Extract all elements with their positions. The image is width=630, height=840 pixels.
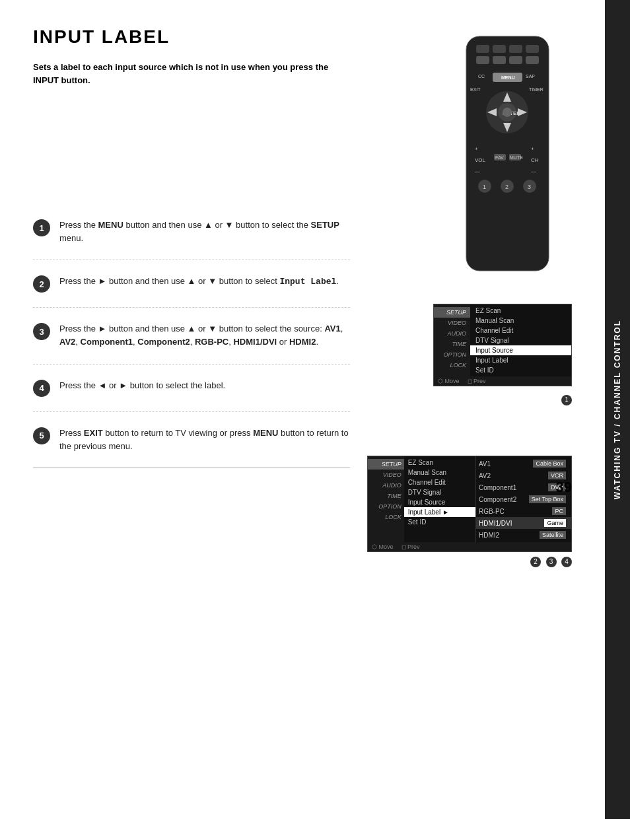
svg-text:MENU: MENU <box>501 75 515 80</box>
badge-1-container: 1 <box>433 393 572 405</box>
page-number: 39 <box>556 479 572 496</box>
menu1-nav-setup: SETUP <box>434 307 470 318</box>
menu2-item-ezscan: EZ Scan <box>404 458 475 468</box>
menu2-source-av2: AV2 <box>479 472 545 479</box>
sidebar-label: WATCHING TV / CHANNEL CONTROL <box>613 320 622 499</box>
menu-box-2: SETUP VIDEO AUDIO TIME OPTION LOCK EZ Sc… <box>367 456 572 552</box>
badge-2: 2 <box>530 557 541 567</box>
svg-text:TIMER: TIMER <box>529 87 543 92</box>
menu2-source-comp2: Component2 <box>479 496 526 503</box>
step-4-number: 4 <box>33 380 50 397</box>
step-1-text: Press the MENU button and then use ▲ or … <box>59 219 350 245</box>
menu-box-1: SETUP VIDEO AUDIO TIME OPTION LOCK EZ Sc… <box>433 304 572 386</box>
menu2-nav-setup: SETUP <box>368 459 404 470</box>
menu1-item-dtvsignal: DTV Signal <box>470 335 571 345</box>
svg-text:SAP: SAP <box>526 74 535 79</box>
menu2-item-setid: Set ID <box>404 517 475 527</box>
intro-text: Sets a label to each input source which … <box>33 61 337 87</box>
menu2-source-rgbpc: RGB-PC <box>479 508 550 515</box>
step-2-number: 2 <box>33 275 50 293</box>
step-4: 4 Press the ◄ or ► button to select the … <box>33 379 350 412</box>
menu2-item-dtvsignal: DTV Signal <box>404 487 475 497</box>
svg-text:VOL: VOL <box>475 157 486 163</box>
steps-area: 1 Press the MENU button and then use ▲ o… <box>33 219 350 468</box>
svg-text:1: 1 <box>483 184 486 190</box>
menu1-item-ezscan: EZ Scan <box>470 306 571 316</box>
badge-3: 3 <box>546 557 557 567</box>
svg-rect-5 <box>476 56 489 64</box>
svg-text:CH: CH <box>531 157 539 163</box>
menu2-source-hdmi1: HDMI1/DVI <box>479 520 542 527</box>
svg-rect-0 <box>466 36 549 271</box>
menu2-source-comp1: Component1 <box>479 484 545 491</box>
menu2-source-hdmi2: HDMI2 <box>479 532 537 539</box>
menu1-footer: ⬡ Move ◻ Prev <box>434 376 571 386</box>
menu2-label-settopbox: Set Top Box <box>529 495 566 503</box>
menu2-source-av1: AV1 <box>479 460 531 468</box>
menu-screenshot-1: SETUP VIDEO AUDIO TIME OPTION LOCK EZ Sc… <box>433 304 572 405</box>
menu2-mid-items: EZ Scan Manual Scan Channel Edit DTV Sig… <box>404 456 476 542</box>
svg-text:—: — <box>531 168 536 174</box>
menu-screenshot-2: SETUP VIDEO AUDIO TIME OPTION LOCK EZ Sc… <box>367 456 572 567</box>
svg-text:FAV: FAV <box>495 155 504 160</box>
svg-text:3: 3 <box>528 184 531 190</box>
svg-text:2: 2 <box>505 184 508 190</box>
step-1-number: 1 <box>33 219 50 236</box>
badge-4: 4 <box>561 557 572 567</box>
svg-rect-3 <box>509 45 522 53</box>
svg-text:+: + <box>475 146 478 152</box>
menu1-items: EZ Scan Manual Scan Channel Edit DTV Sig… <box>470 304 571 376</box>
menu2-label-satellite: Satellite <box>540 531 566 539</box>
step-3: 3 Press the ► button and then use ▲ or ▼… <box>33 322 350 364</box>
menu2-right-col: AV1 Cable Box AV2 VCR Component1 DVD Com… <box>476 456 571 542</box>
step-4-text: Press the ◄ or ► button to select the la… <box>59 379 225 392</box>
menu1-nav-time: TIME <box>434 339 470 349</box>
svg-rect-2 <box>493 45 506 53</box>
menu1-nav-video: VIDEO <box>434 318 470 328</box>
svg-text:MUTE: MUTE <box>510 155 523 160</box>
menu2-left-nav: SETUP VIDEO AUDIO TIME OPTION LOCK <box>368 456 404 542</box>
menu1-item-inputlabel: Input Label <box>470 355 571 365</box>
menu1-nav-option: OPTION <box>434 349 470 360</box>
menu2-row-hdmi1: HDMI1/DVI Game <box>476 517 571 529</box>
menu2-nav-option: OPTION <box>368 501 404 512</box>
step-5: 5 Press EXIT button to return to TV view… <box>33 427 350 468</box>
menu2-label-game: Game <box>544 519 566 527</box>
badge-1: 1 <box>561 395 572 405</box>
step-2: 2 Press the ► button and then use ▲ or ▼… <box>33 275 350 308</box>
menu2-nav-audio: AUDIO <box>368 480 404 491</box>
menu2-nav-video: VIDEO <box>368 470 404 480</box>
svg-text:—: — <box>475 168 480 174</box>
step-3-number: 3 <box>33 323 50 340</box>
menu1-item-setid: Set ID <box>470 365 571 375</box>
step-2-text: Press the ► button and then use ▲ or ▼ b… <box>59 275 339 289</box>
menu1-item-inputsource: Input Source <box>470 345 571 355</box>
svg-point-22 <box>503 108 512 117</box>
svg-rect-6 <box>493 56 506 64</box>
menu1-item-channeledit: Channel Edit <box>470 326 571 335</box>
menu2-row-hdmi2: HDMI2 Satellite <box>476 529 571 541</box>
menu2-nav-time: TIME <box>368 491 404 501</box>
menu1-nav-lock: LOCK <box>434 360 470 370</box>
svg-rect-1 <box>476 45 489 53</box>
badges-234-container: 2 3 4 <box>367 555 572 567</box>
menu2-item-inputlabel: Input Label ► <box>404 507 475 517</box>
svg-text:EXIT: EXIT <box>470 87 481 92</box>
step-5-text: Press EXIT button to return to TV viewin… <box>59 427 350 453</box>
sidebar: WATCHING TV / CHANNEL CONTROL <box>605 0 630 819</box>
step-3-text: Press the ► button and then use ▲ or ▼ b… <box>59 322 350 349</box>
svg-rect-7 <box>509 56 522 64</box>
menu2-row-rgbpc: RGB-PC PC <box>476 505 571 517</box>
main-content: INPUT LABEL Sets a label to each input s… <box>0 0 605 509</box>
menu2-footer: ⬡ Move ◻ Prev <box>368 542 571 551</box>
menu1-nav-audio: AUDIO <box>434 328 470 339</box>
svg-text:+: + <box>531 146 534 152</box>
menu1-item-manualscan: Manual Scan <box>470 316 571 326</box>
menu2-label-pc: PC <box>552 507 566 515</box>
svg-rect-8 <box>526 56 539 64</box>
remote-control-image: CC MENU SAP EXIT TIMER ENTER + VOL — + C… <box>446 33 569 280</box>
step-5-number: 5 <box>33 427 50 444</box>
menu2-item-manualscan: Manual Scan <box>404 468 475 477</box>
menu2-item-inputsource: Input Source <box>404 497 475 507</box>
menu2-label-cablebox: Cable Box <box>533 460 566 468</box>
